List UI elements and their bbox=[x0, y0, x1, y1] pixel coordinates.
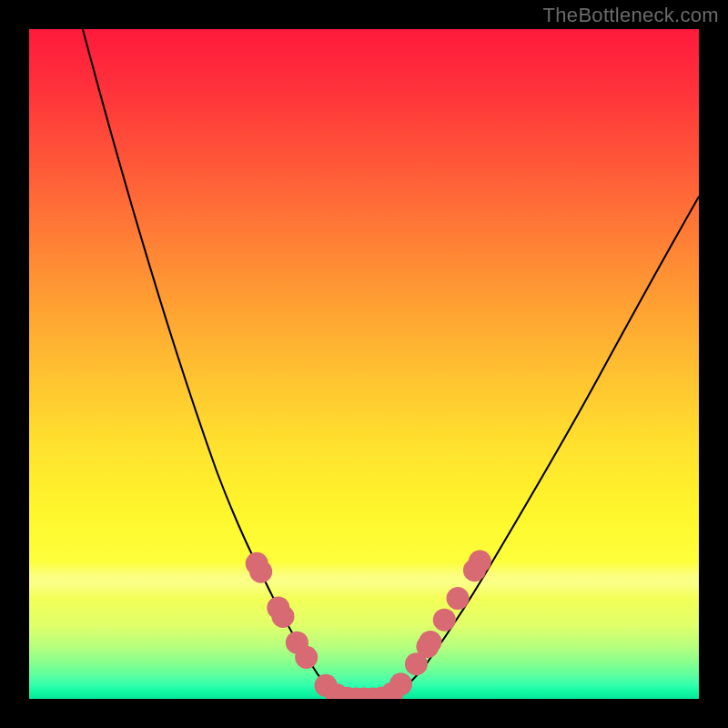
marker-dot bbox=[249, 561, 272, 583]
curve-right-segment bbox=[384, 197, 699, 698]
marker-dot bbox=[433, 609, 456, 632]
marker-dot bbox=[469, 551, 491, 573]
watermark-text: TheBottleneck.com bbox=[543, 4, 719, 27]
plot-area bbox=[29, 29, 699, 699]
curve-left-segment bbox=[83, 29, 344, 698]
bottleneck-curve bbox=[83, 29, 699, 698]
chart-frame: TheBottleneck.com bbox=[0, 0, 728, 728]
marker-dot bbox=[419, 631, 441, 653]
curve-layer bbox=[29, 29, 699, 699]
marker-dot bbox=[447, 587, 470, 610]
marker-dot bbox=[389, 672, 412, 695]
marker-dots bbox=[246, 551, 491, 699]
marker-dot bbox=[271, 605, 294, 628]
marker-dot bbox=[295, 646, 318, 669]
